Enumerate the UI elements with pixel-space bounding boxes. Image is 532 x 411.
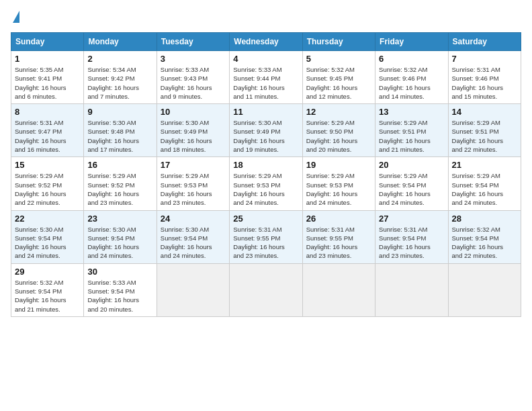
day-info: Sunrise: 5:29 AM Sunset: 9:53 PM Dayligh…: [306, 171, 371, 207]
calendar-cell: 17Sunrise: 5:29 AM Sunset: 9:53 PM Dayli…: [157, 157, 229, 210]
calendar-cell: 13Sunrise: 5:29 AM Sunset: 9:51 PM Dayli…: [375, 104, 448, 157]
calendar-cell: 3Sunrise: 5:33 AM Sunset: 9:43 PM Daylig…: [157, 51, 229, 104]
weekday-header-friday: Friday: [375, 33, 448, 51]
calendar-cell: 10Sunrise: 5:30 AM Sunset: 9:49 PM Dayli…: [157, 104, 229, 157]
day-number: 25: [233, 214, 298, 224]
logo: [11, 11, 19, 24]
day-number: 6: [379, 54, 444, 64]
calendar-cell: 11Sunrise: 5:30 AM Sunset: 9:49 PM Dayli…: [230, 104, 302, 157]
day-info: Sunrise: 5:31 AM Sunset: 9:46 PM Dayligh…: [452, 65, 517, 101]
day-info: Sunrise: 5:30 AM Sunset: 9:54 PM Dayligh…: [161, 225, 226, 261]
calendar-week-5: 29Sunrise: 5:32 AM Sunset: 9:54 PM Dayli…: [11, 263, 521, 316]
day-number: 24: [161, 214, 226, 224]
weekday-header-sunday: Sunday: [11, 33, 84, 51]
calendar-cell: 23Sunrise: 5:30 AM Sunset: 9:54 PM Dayli…: [84, 210, 157, 263]
calendar-cell: [302, 263, 375, 316]
calendar-cell: 29Sunrise: 5:32 AM Sunset: 9:54 PM Dayli…: [11, 263, 84, 316]
day-info: Sunrise: 5:30 AM Sunset: 9:49 PM Dayligh…: [233, 118, 298, 154]
day-info: Sunrise: 5:31 AM Sunset: 9:55 PM Dayligh…: [306, 225, 371, 261]
day-info: Sunrise: 5:29 AM Sunset: 9:53 PM Dayligh…: [161, 171, 226, 207]
calendar-cell: 28Sunrise: 5:32 AM Sunset: 9:54 PM Dayli…: [448, 210, 521, 263]
day-info: Sunrise: 5:29 AM Sunset: 9:50 PM Dayligh…: [306, 118, 371, 154]
calendar-cell: 21Sunrise: 5:29 AM Sunset: 9:54 PM Dayli…: [448, 157, 521, 210]
calendar-cell: 5Sunrise: 5:32 AM Sunset: 9:45 PM Daylig…: [302, 51, 375, 104]
calendar-cell: 30Sunrise: 5:33 AM Sunset: 9:54 PM Dayli…: [84, 263, 157, 316]
weekday-header-thursday: Thursday: [302, 33, 375, 51]
day-number: 27: [379, 214, 444, 224]
day-info: Sunrise: 5:32 AM Sunset: 9:54 PM Dayligh…: [15, 278, 80, 314]
calendar-week-3: 15Sunrise: 5:29 AM Sunset: 9:52 PM Dayli…: [11, 157, 521, 210]
day-number: 14: [452, 107, 517, 117]
day-info: Sunrise: 5:29 AM Sunset: 9:51 PM Dayligh…: [452, 118, 517, 154]
day-number: 16: [87, 160, 152, 170]
day-number: 26: [306, 214, 371, 224]
day-info: Sunrise: 5:31 AM Sunset: 9:47 PM Dayligh…: [15, 118, 80, 154]
day-number: 11: [233, 107, 298, 117]
day-number: 23: [87, 214, 152, 224]
day-number: 2: [87, 54, 152, 64]
logo-triangle-icon: [13, 11, 19, 23]
day-info: Sunrise: 5:30 AM Sunset: 9:49 PM Dayligh…: [161, 118, 226, 154]
calendar-cell: 12Sunrise: 5:29 AM Sunset: 9:50 PM Dayli…: [302, 104, 375, 157]
calendar-cell: 19Sunrise: 5:29 AM Sunset: 9:53 PM Dayli…: [302, 157, 375, 210]
calendar-cell: [157, 263, 229, 316]
day-info: Sunrise: 5:29 AM Sunset: 9:54 PM Dayligh…: [452, 171, 517, 207]
calendar-cell: [375, 263, 448, 316]
calendar-cell: 7Sunrise: 5:31 AM Sunset: 9:46 PM Daylig…: [448, 51, 521, 104]
day-number: 15: [15, 160, 80, 170]
day-info: Sunrise: 5:31 AM Sunset: 9:54 PM Dayligh…: [379, 225, 444, 261]
calendar-cell: 15Sunrise: 5:29 AM Sunset: 9:52 PM Dayli…: [11, 157, 84, 210]
day-info: Sunrise: 5:30 AM Sunset: 9:54 PM Dayligh…: [87, 225, 152, 261]
day-info: Sunrise: 5:31 AM Sunset: 9:55 PM Dayligh…: [233, 225, 298, 261]
day-number: 1: [15, 54, 80, 64]
calendar-cell: 8Sunrise: 5:31 AM Sunset: 9:47 PM Daylig…: [11, 104, 84, 157]
calendar-cell: 24Sunrise: 5:30 AM Sunset: 9:54 PM Dayli…: [157, 210, 229, 263]
day-info: Sunrise: 5:33 AM Sunset: 9:54 PM Dayligh…: [87, 278, 152, 314]
weekday-header-saturday: Saturday: [448, 33, 521, 51]
day-number: 9: [87, 107, 152, 117]
weekday-header-monday: Monday: [84, 33, 157, 51]
day-info: Sunrise: 5:29 AM Sunset: 9:54 PM Dayligh…: [379, 171, 444, 207]
calendar-cell: [448, 263, 521, 316]
day-number: 21: [452, 160, 517, 170]
day-info: Sunrise: 5:33 AM Sunset: 9:44 PM Dayligh…: [233, 65, 298, 101]
day-info: Sunrise: 5:32 AM Sunset: 9:45 PM Dayligh…: [306, 65, 371, 101]
header: [11, 11, 521, 24]
day-number: 13: [379, 107, 444, 117]
calendar-cell: 1Sunrise: 5:35 AM Sunset: 9:41 PM Daylig…: [11, 51, 84, 104]
day-info: Sunrise: 5:32 AM Sunset: 9:46 PM Dayligh…: [379, 65, 444, 101]
day-number: 22: [15, 214, 80, 224]
day-info: Sunrise: 5:34 AM Sunset: 9:42 PM Dayligh…: [87, 65, 152, 101]
day-info: Sunrise: 5:29 AM Sunset: 9:52 PM Dayligh…: [15, 171, 80, 207]
calendar-cell: 22Sunrise: 5:30 AM Sunset: 9:54 PM Dayli…: [11, 210, 84, 263]
day-number: 20: [379, 160, 444, 170]
day-info: Sunrise: 5:30 AM Sunset: 9:54 PM Dayligh…: [15, 225, 80, 261]
calendar-cell: 9Sunrise: 5:30 AM Sunset: 9:48 PM Daylig…: [84, 104, 157, 157]
calendar-cell: 14Sunrise: 5:29 AM Sunset: 9:51 PM Dayli…: [448, 104, 521, 157]
weekday-header-tuesday: Tuesday: [157, 33, 229, 51]
day-number: 10: [161, 107, 226, 117]
day-number: 30: [87, 267, 152, 277]
day-number: 17: [161, 160, 226, 170]
calendar-cell: 4Sunrise: 5:33 AM Sunset: 9:44 PM Daylig…: [230, 51, 302, 104]
day-info: Sunrise: 5:29 AM Sunset: 9:52 PM Dayligh…: [87, 171, 152, 207]
day-info: Sunrise: 5:32 AM Sunset: 9:54 PM Dayligh…: [452, 225, 517, 261]
day-number: 3: [161, 54, 226, 64]
day-info: Sunrise: 5:29 AM Sunset: 9:51 PM Dayligh…: [379, 118, 444, 154]
calendar-cell: 27Sunrise: 5:31 AM Sunset: 9:54 PM Dayli…: [375, 210, 448, 263]
calendar-cell: 6Sunrise: 5:32 AM Sunset: 9:46 PM Daylig…: [375, 51, 448, 104]
weekday-header-wednesday: Wednesday: [230, 33, 302, 51]
day-number: 29: [15, 267, 80, 277]
day-number: 5: [306, 54, 371, 64]
calendar-cell: 26Sunrise: 5:31 AM Sunset: 9:55 PM Dayli…: [302, 210, 375, 263]
day-number: 19: [306, 160, 371, 170]
calendar-cell: 16Sunrise: 5:29 AM Sunset: 9:52 PM Dayli…: [84, 157, 157, 210]
calendar-week-1: 1Sunrise: 5:35 AM Sunset: 9:41 PM Daylig…: [11, 51, 521, 104]
calendar-cell: 2Sunrise: 5:34 AM Sunset: 9:42 PM Daylig…: [84, 51, 157, 104]
day-number: 7: [452, 54, 517, 64]
day-number: 18: [233, 160, 298, 170]
calendar-week-2: 8Sunrise: 5:31 AM Sunset: 9:47 PM Daylig…: [11, 104, 521, 157]
day-info: Sunrise: 5:35 AM Sunset: 9:41 PM Dayligh…: [15, 65, 80, 101]
day-number: 28: [452, 214, 517, 224]
day-number: 12: [306, 107, 371, 117]
